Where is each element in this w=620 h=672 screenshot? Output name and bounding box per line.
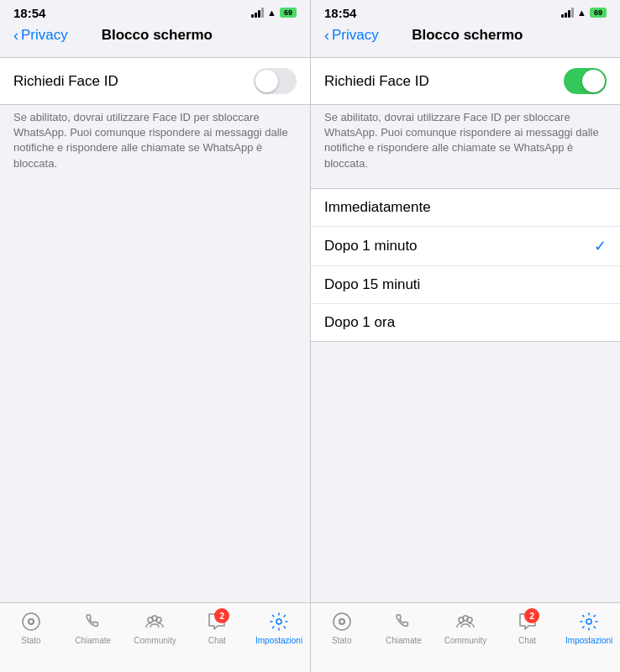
tab-stato-label-left: Stato — [21, 636, 40, 645]
nav-bar-left: ‹ Privacy Blocco schermo — [0, 24, 310, 50]
tab-stato-left[interactable]: Stato — [0, 610, 62, 645]
status-icon-right — [330, 610, 354, 633]
face-id-toggle-right[interactable] — [564, 68, 607, 94]
signal-icon-right — [561, 8, 574, 18]
tab-chat-label-left: Chat — [208, 636, 226, 645]
tab-chat-label-right: Chat — [518, 636, 536, 645]
left-panel: 18:54 ▲ 69 ‹ Privacy Blocco schermo Rich… — [0, 0, 310, 602]
tab-chiamate-right[interactable]: Chiamate — [373, 610, 435, 645]
tab-chiamate-label-left: Chiamate — [75, 636, 111, 645]
face-id-label-right: Richiedi Face ID — [324, 73, 429, 90]
tab-chiamate-left[interactable]: Chiamate — [62, 610, 124, 645]
option-1min-label: Dopo 1 minuto — [324, 238, 418, 255]
svg-point-9 — [340, 620, 344, 623]
right-panel: 18:54 ▲ 69 ‹ Privacy Blocco schermo Rich… — [310, 0, 620, 602]
svg-point-13 — [586, 619, 591, 624]
tab-community-left[interactable]: Community — [124, 610, 187, 645]
settings-icon-left — [267, 610, 291, 633]
option-1hour-label: Dopo 1 ora — [324, 314, 395, 331]
tab-impostazioni-left[interactable]: Impostazioni — [248, 610, 310, 645]
face-id-toggle-left[interactable] — [254, 68, 297, 94]
status-time-left: 18:54 — [13, 6, 45, 20]
toggle-thumb-left — [255, 70, 278, 92]
face-id-description-left: Se abilitato, dovrai utilizzare Face ID … — [0, 105, 310, 181]
face-id-section-left: Richiedi Face ID — [0, 57, 310, 105]
content-left: Richiedi Face ID Se abilitato, dovrai ut… — [0, 50, 310, 602]
content-right: Richiedi Face ID Se abilitato, dovrai ut… — [311, 50, 620, 602]
tab-chat-left[interactable]: 2 Chat — [186, 610, 248, 645]
page-title-left: Blocco schermo — [68, 27, 246, 44]
tab-community-label-right: Community — [444, 636, 487, 645]
page-title-right: Blocco schermo — [379, 27, 556, 44]
wifi-icon-left: ▲ — [267, 8, 276, 18]
tab-bar: Stato Chiamate Community — [0, 602, 620, 672]
nav-bar-right: ‹ Privacy Blocco schermo — [311, 24, 620, 50]
tab-bar-left: Stato Chiamate Community — [0, 603, 310, 672]
face-id-description-right: Se abilitato, dovrai utilizzare Face ID … — [311, 105, 620, 181]
face-id-row-right: Richiedi Face ID — [311, 58, 620, 104]
toggle-thumb-right — [582, 70, 605, 92]
tab-impostazioni-right[interactable]: Impostazioni — [558, 610, 620, 645]
tab-impostazioni-label-right: Impostazioni — [565, 636, 612, 645]
status-bar-right: 18:54 ▲ 69 — [311, 0, 620, 24]
wifi-icon-right: ▲ — [577, 8, 586, 18]
signal-icon-left — [251, 8, 264, 18]
face-id-label-left: Richiedi Face ID — [13, 73, 118, 90]
tab-stato-right[interactable]: Stato — [311, 610, 373, 645]
status-icons-left: ▲ 69 — [251, 8, 297, 18]
back-button-right[interactable]: ‹ Privacy — [324, 27, 379, 44]
tab-community-label-left: Community — [134, 636, 176, 645]
tab-stato-label-right: Stato — [332, 636, 351, 645]
svg-point-2 — [29, 620, 33, 623]
back-button-left[interactable]: ‹ Privacy — [13, 27, 68, 44]
status-icons-right: ▲ 69 — [561, 8, 607, 18]
tab-community-right[interactable]: Community — [434, 610, 497, 645]
tab-chiamate-label-right: Chiamate — [386, 636, 422, 645]
back-label-left: Privacy — [21, 27, 68, 44]
tab-bar-right: Stato Chiamate Community — [310, 603, 620, 672]
status-time-right: 18:54 — [324, 6, 356, 20]
back-label-right: Privacy — [332, 27, 379, 44]
community-icon-right — [454, 610, 477, 633]
phone-icon-right — [391, 610, 415, 633]
option-1hour[interactable]: Dopo 1 ora — [311, 304, 620, 341]
settings-icon-right — [577, 610, 601, 633]
phone-icon-left — [81, 610, 105, 633]
option-15min-label: Dopo 15 minuti — [324, 276, 420, 293]
tab-chat-right[interactable]: 2 Chat — [497, 610, 559, 645]
status-icon-left — [19, 610, 43, 633]
battery-badge-right: 69 — [590, 8, 607, 18]
option-immediately-label: Immediatamente — [324, 199, 431, 216]
option-15min[interactable]: Dopo 15 minuti — [311, 266, 620, 304]
option-1min-check: ✓ — [594, 237, 607, 255]
community-icon-left — [143, 610, 166, 633]
tab-impostazioni-label-left: Impostazioni — [255, 636, 302, 645]
option-immediately[interactable]: Immediatamente — [311, 189, 620, 227]
face-id-row-left: Richiedi Face ID — [0, 58, 310, 104]
timing-options-section: Immediatamente Dopo 1 minuto ✓ Dopo 15 m… — [311, 188, 620, 342]
option-1min[interactable]: Dopo 1 minuto ✓ — [311, 227, 620, 266]
svg-point-6 — [276, 619, 281, 624]
face-id-section-right: Richiedi Face ID — [311, 57, 620, 105]
status-bar-left: 18:54 ▲ 69 — [0, 0, 310, 24]
back-chevron-left: ‹ — [13, 28, 18, 43]
back-chevron-right: ‹ — [324, 28, 329, 43]
battery-badge-left: 69 — [280, 8, 297, 18]
